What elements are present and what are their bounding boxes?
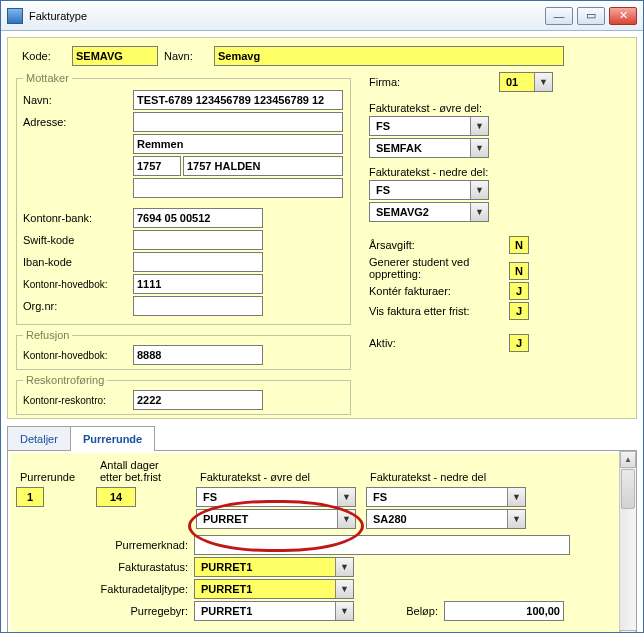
chevron-down-icon: ▼ (335, 580, 353, 598)
app-window: Fakturatype — ▭ ✕ Kode: Navn: Mottaker N… (0, 0, 644, 633)
runde-input[interactable] (16, 487, 44, 507)
nedre2-select[interactable]: SA280▼ (366, 509, 526, 529)
kontonr-hovedbok-label: Kontonr-hovedbok: (23, 279, 133, 290)
reskontro-input[interactable] (133, 390, 263, 410)
konter-label: Kontér fakturaer: (369, 285, 509, 297)
chevron-down-icon: ▼ (507, 510, 525, 528)
chevron-down-icon: ▼ (470, 203, 488, 221)
ft-nedre1-select[interactable]: FS▼ (369, 180, 489, 200)
chevron-down-icon: ▼ (337, 510, 355, 528)
maximize-button[interactable]: ▭ (577, 7, 605, 25)
kontonr-bank-input[interactable] (133, 208, 263, 228)
arsavgift-label: Årsavgift: (369, 239, 509, 251)
aktiv-label: Aktiv: (369, 337, 509, 349)
scroll-down-icon[interactable]: ▼ (620, 630, 636, 632)
kontonr-hovedbok-input[interactable] (133, 274, 263, 294)
swift-label: Swift-kode (23, 234, 133, 246)
navn-input[interactable] (214, 46, 564, 66)
orgnr-label: Org.nr: (23, 300, 133, 312)
arsavgift-flag[interactable]: N (509, 236, 529, 254)
grid-row: PURRET▼ SA280▼ (16, 509, 628, 529)
refusjon-group: Refusjon Kontonr-hovedbok: (16, 329, 351, 370)
tab-purrerunde[interactable]: Purrerunde (70, 426, 155, 451)
ovre1-select[interactable]: FS▼ (196, 487, 356, 507)
tab-panel: Purrerunde Antall dageretter bet.frist F… (7, 450, 637, 632)
detaljtype-select[interactable]: PURRET1▼ (194, 579, 354, 599)
ovre2-select[interactable]: PURRET▼ (196, 509, 356, 529)
navn-label: Navn: (164, 50, 214, 62)
adresse-line2-input[interactable] (133, 134, 343, 154)
dager-input[interactable] (96, 487, 136, 507)
grid-header: Purrerunde Antall dageretter bet.frist F… (16, 457, 628, 485)
scrollbar[interactable]: ▲ ▼ (619, 451, 636, 632)
kode-input[interactable] (72, 46, 158, 66)
gebyr-select[interactable]: PURRET1▼ (194, 601, 354, 621)
orgnr-input[interactable] (133, 296, 263, 316)
tab-detaljer[interactable]: Detaljer (7, 426, 71, 451)
grid-row: FS▼ FS▼ (16, 487, 628, 507)
firma-select[interactable]: 01▼ (499, 72, 553, 92)
gebyr-label: Purregebyr: (16, 605, 194, 617)
swift-input[interactable] (133, 230, 263, 250)
chevron-down-icon: ▼ (335, 558, 353, 576)
ft-ovre-label: Fakturatekst - øvre del: (369, 102, 628, 114)
window-title: Fakturatype (29, 10, 545, 22)
refusjon-legend: Refusjon (23, 329, 72, 341)
tabstrip: Detaljer Purrerunde (7, 425, 637, 450)
chevron-down-icon: ▼ (337, 488, 355, 506)
reskontro-legend: Reskontroføring (23, 374, 107, 386)
iban-label: Iban-kode (23, 256, 133, 268)
minimize-button[interactable]: — (545, 7, 573, 25)
refusjon-hb-input[interactable] (133, 345, 263, 365)
visfrist-flag[interactable]: J (509, 302, 529, 320)
kode-label: Kode: (22, 50, 72, 62)
belop-input[interactable] (444, 601, 564, 621)
refusjon-hb-label: Kontonr-hovedbok: (23, 350, 133, 361)
app-icon (7, 8, 23, 24)
aktiv-flag[interactable]: J (509, 334, 529, 352)
iban-input[interactable] (133, 252, 263, 272)
chevron-down-icon: ▼ (507, 488, 525, 506)
merknad-input[interactable] (194, 535, 570, 555)
status-select[interactable]: PURRET1▼ (194, 557, 354, 577)
detaljtype-label: Fakturadetaljtype: (16, 583, 194, 595)
merknad-label: Purremerknad: (16, 539, 194, 551)
close-button[interactable]: ✕ (609, 7, 637, 25)
generer-flag[interactable]: N (509, 262, 529, 280)
kontonr-bank-label: Kontonr-bank: (23, 212, 133, 224)
chevron-down-icon: ▼ (470, 117, 488, 135)
ft-ovre1-select[interactable]: FS▼ (369, 116, 489, 136)
ft-nedre2-select[interactable]: SEMAVG2▼ (369, 202, 489, 222)
adresse-label: Adresse: (23, 116, 133, 128)
visfrist-label: Vis faktura etter frist: (369, 305, 509, 317)
chevron-down-icon: ▼ (470, 139, 488, 157)
scroll-up-icon[interactable]: ▲ (620, 451, 636, 468)
client-area: Kode: Navn: Mottaker Navn: Adresse: (1, 31, 643, 632)
titlebar: Fakturatype — ▭ ✕ (1, 1, 643, 31)
mottaker-group: Mottaker Navn: Adresse: (16, 72, 351, 325)
chevron-down-icon: ▼ (335, 602, 353, 620)
scroll-thumb[interactable] (621, 469, 635, 509)
mottaker-legend: Mottaker (23, 72, 72, 84)
nedre1-select[interactable]: FS▼ (366, 487, 526, 507)
poststed-input[interactable] (183, 156, 343, 176)
ft-ovre2-select[interactable]: SEMFAK▼ (369, 138, 489, 158)
generer-label: Generer student ved oppretting: (369, 256, 509, 280)
mottaker-navn-input[interactable] (133, 90, 343, 110)
chevron-down-icon: ▼ (534, 73, 552, 91)
main-form: Kode: Navn: Mottaker Navn: Adresse: (7, 37, 637, 419)
reskontro-group: Reskontroføring Kontonr-reskontro: (16, 374, 351, 415)
postnr-input[interactable] (133, 156, 181, 176)
firma-label: Firma: (369, 76, 499, 88)
status-label: Fakturastatus: (16, 561, 194, 573)
belop-label: Beløp: (354, 605, 444, 617)
ft-nedre-label: Fakturatekst - nedre del: (369, 166, 628, 178)
konter-flag[interactable]: J (509, 282, 529, 300)
reskontro-label: Kontonr-reskontro: (23, 395, 133, 406)
chevron-down-icon: ▼ (470, 181, 488, 199)
mottaker-navn-label: Navn: (23, 94, 133, 106)
adresse-line1-input[interactable] (133, 112, 343, 132)
adresse-line4-input[interactable] (133, 178, 343, 198)
